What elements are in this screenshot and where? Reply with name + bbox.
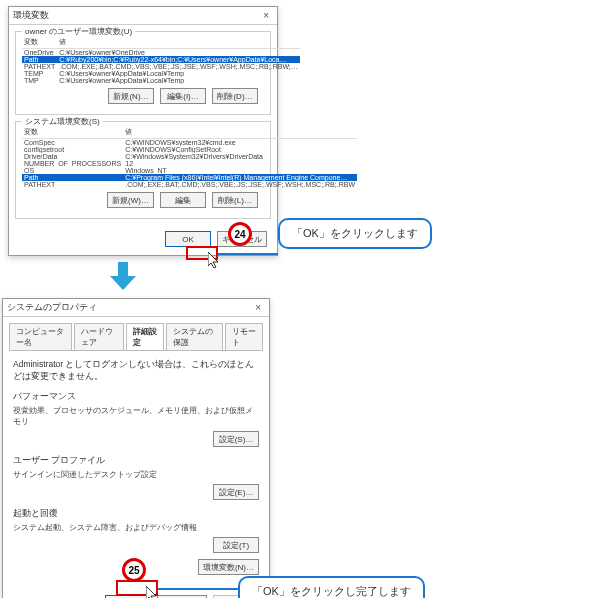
system-properties-dialog: システムのプロパティ × コンピューター名ハードウェア詳細設定システムの保護リモ…	[2, 298, 270, 598]
tab-1[interactable]: ハードウェア	[74, 323, 124, 350]
sys-vars-label: システム環境変数(S)	[22, 116, 103, 127]
profile-settings-button[interactable]: 設定(E)…	[213, 484, 259, 500]
leader-line-25	[158, 588, 238, 590]
profile-desc: サインインに関連したデスクトップ設定	[13, 469, 259, 480]
sys-edit-button[interactable]: 編集	[160, 192, 206, 208]
boot-title: 起動と回復	[13, 508, 259, 520]
close-icon[interactable]: ×	[251, 302, 265, 313]
sys-delete-button[interactable]: 削除(L)…	[212, 192, 258, 208]
callout-25: 「OK」をクリックし完了します	[238, 576, 425, 598]
sys-vars-table[interactable]: 変数 値 ComSpecC:¥WINDOWS¥system32¥cmd.exec…	[22, 126, 357, 188]
table-row[interactable]: configsetrootC:¥WINDOWS¥ConfigSetRoot	[22, 146, 357, 153]
table-row[interactable]: TMPC:¥Users¥owner¥AppData¥Local¥Temp	[22, 77, 300, 84]
tab-4[interactable]: リモート	[225, 323, 263, 350]
tab-0[interactable]: コンピューター名	[9, 323, 72, 350]
env-variables-dialog: 環境変数 × owner のユーザー環境変数(U) 変数 値 OneDriveC…	[8, 6, 278, 256]
table-row[interactable]: PathC:¥Program Files (x86)¥Intel¥Intel(R…	[22, 174, 357, 181]
table-row[interactable]: PATHEXT.COM;.EXE;.BAT;.CMD;.VBS;.VBE;.JS…	[22, 181, 357, 188]
env-titlebar: 環境変数 ×	[9, 7, 277, 25]
table-row[interactable]: PATHEXT.COM;.EXE;.BAT;.CMD;.VBS;.VBE;.JS…	[22, 63, 300, 70]
boot-settings-button[interactable]: 設定(T)	[213, 537, 259, 553]
tab-strip: コンピューター名ハードウェア詳細設定システムの保護リモート	[3, 317, 269, 350]
sys-vars-group: システム環境変数(S) 変数 値 ComSpecC:¥WINDOWS¥syste…	[15, 121, 271, 219]
table-row[interactable]: ComSpecC:¥WINDOWS¥system32¥cmd.exe	[22, 139, 357, 147]
table-row[interactable]: TEMPC:¥Users¥owner¥AppData¥Local¥Temp	[22, 70, 300, 77]
callout-24: 「OK」をクリックします	[278, 218, 432, 249]
table-row[interactable]: PathC:¥Ruby200¥bin;C:¥Ruby22-x64¥bin;C:¥…	[22, 56, 300, 63]
user-edit-button[interactable]: 編集(I)…	[160, 88, 206, 104]
user-vars-label: owner のユーザー環境変数(U)	[22, 26, 135, 37]
user-delete-button[interactable]: 削除(D)…	[212, 88, 258, 104]
tab-3[interactable]: システムの保護	[166, 323, 222, 350]
step-badge-24: 24	[228, 222, 252, 246]
leader-line-24	[218, 253, 278, 255]
table-row[interactable]: OneDriveC:¥Users¥owner¥OneDrive	[22, 49, 300, 57]
env-title: 環境変数	[13, 9, 49, 22]
step-badge-25: 25	[122, 558, 146, 582]
user-new-button[interactable]: 新規(N)…	[108, 88, 154, 104]
sys-title: システムのプロパティ	[7, 301, 97, 314]
close-icon[interactable]: ×	[259, 10, 273, 21]
col-var: 変数	[22, 36, 57, 49]
user-vars-group: owner のユーザー環境変数(U) 変数 値 OneDriveC:¥Users…	[15, 31, 271, 115]
table-row[interactable]: OSWindows_NT	[22, 167, 357, 174]
profile-title: ユーザー プロファイル	[13, 455, 259, 467]
arrow-down-icon	[110, 262, 136, 292]
sys-titlebar: システムのプロパティ ×	[3, 299, 269, 317]
env-vars-button[interactable]: 環境変数(N)…	[198, 559, 259, 575]
env-ok-button[interactable]: OK	[165, 231, 211, 247]
tab-2[interactable]: 詳細設定	[126, 323, 164, 350]
perf-settings-button[interactable]: 設定(S)…	[213, 431, 259, 447]
table-row[interactable]: NUMBER_OF_PROCESSORS12	[22, 160, 357, 167]
admin-note: Administrator としてログオンしない場合は、これらのほとんどは変更で…	[13, 359, 259, 383]
perf-title: パフォーマンス	[13, 391, 259, 403]
table-row[interactable]: DriverDataC:¥Windows¥System32¥Drivers¥Dr…	[22, 153, 357, 160]
user-vars-table[interactable]: 変数 値 OneDriveC:¥Users¥owner¥OneDrivePath…	[22, 36, 300, 84]
col-val2: 値	[123, 126, 357, 139]
sys-new-button[interactable]: 新規(W)…	[107, 192, 154, 208]
col-var2: 変数	[22, 126, 123, 139]
col-val: 値	[57, 36, 300, 49]
boot-desc: システム起動、システム障害、およびデバッグ情報	[13, 522, 259, 533]
perf-desc: 視覚効果、プロセッサのスケジュール、メモリ使用、および仮想メモリ	[13, 405, 259, 427]
